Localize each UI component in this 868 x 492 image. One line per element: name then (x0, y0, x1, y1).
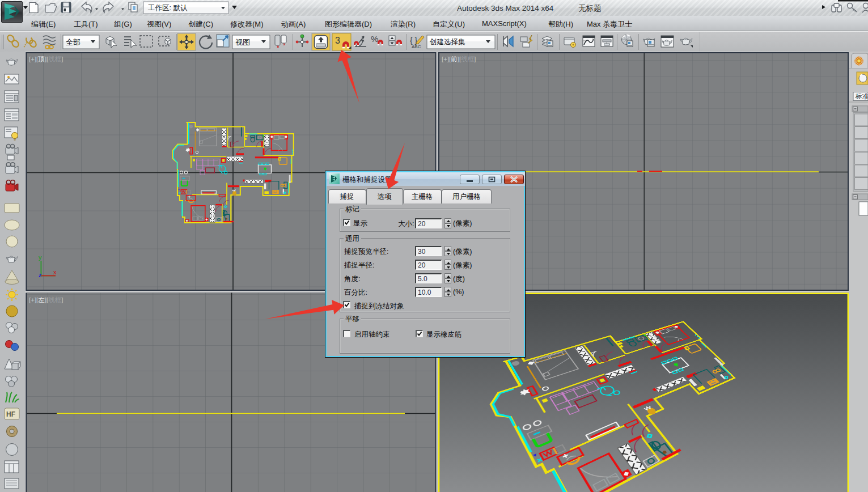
svg-text:标准: 标准 (855, 93, 868, 100)
svg-text:%: % (371, 34, 378, 44)
svg-text:3: 3 (335, 36, 340, 45)
svg-text:[+][左][线框]: [+][左][线框] (29, 296, 63, 303)
svg-text:x: x (53, 269, 57, 275)
svg-text:全部: 全部 (66, 38, 81, 46)
svg-text:[+][顶][线框]: [+][顶][线框] (29, 56, 63, 62)
svg-text:y: y (39, 254, 42, 261)
svg-text:[+][前][线框]: [+][前][线框] (442, 56, 476, 62)
svg-text:HF: HF (6, 410, 15, 418)
svg-text:ABC: ABC (412, 44, 421, 49)
svg-text:工作区: 默认: 工作区: 默认 (148, 4, 188, 12)
svg-text:Autodesk 3ds Max 2014 x64: Autodesk 3ds Max 2014 x64 (457, 4, 554, 12)
svg-text:无标题: 无标题 (578, 4, 602, 12)
svg-text:z: z (39, 272, 42, 278)
svg-text:视图: 视图 (235, 38, 250, 46)
svg-text:创建选择集: 创建选择集 (429, 38, 465, 46)
